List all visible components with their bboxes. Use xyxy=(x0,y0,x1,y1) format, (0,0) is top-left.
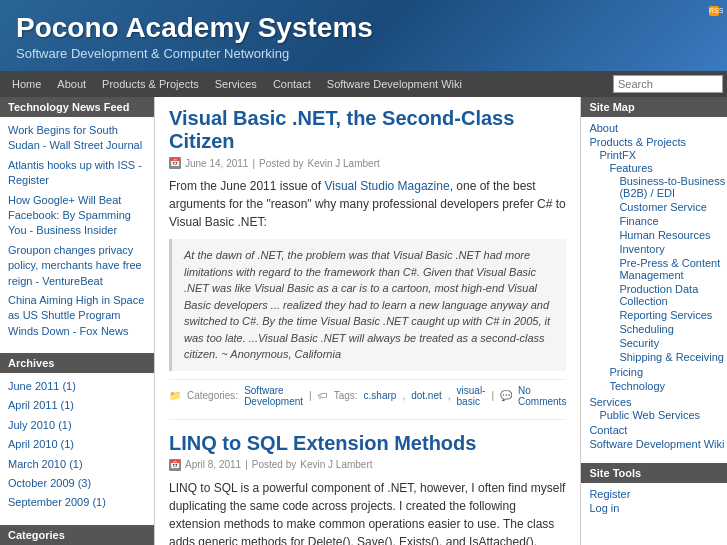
nav-about[interactable]: About xyxy=(49,71,94,97)
list-item: Pre-Press & Content Management xyxy=(619,256,727,282)
list-item: Groupon changes privacy policy, merchant… xyxy=(8,241,146,291)
news-link[interactable]: China Aiming High in Space as US Shuttle… xyxy=(8,294,144,337)
sitemap-cs[interactable]: Customer Service xyxy=(619,201,706,213)
nav-contact[interactable]: Contact xyxy=(265,71,319,97)
sitemap-scheduling[interactable]: Scheduling xyxy=(619,323,673,335)
separator: | xyxy=(309,390,312,401)
post-author-1[interactable]: Kevin J Lambert xyxy=(307,158,379,169)
separator: | xyxy=(491,390,494,401)
post-meta-1: 📅 June 14, 2011 | Posted by Kevin J Lamb… xyxy=(169,157,566,169)
register-link[interactable]: Register xyxy=(589,488,630,500)
post-author-label: Posted by xyxy=(259,158,303,169)
list-item: Scheduling xyxy=(619,322,727,336)
list-item: How Google+ Will Beat Facebook: By Spamm… xyxy=(8,191,146,241)
post-separator: | xyxy=(252,158,255,169)
sitemap-tech[interactable]: Technology xyxy=(609,380,665,392)
list-item: Contact xyxy=(589,423,727,437)
right-sidebar: Site Map About Products & Projects Print… xyxy=(581,97,727,545)
sitemap-wiki[interactable]: Software Development Wiki xyxy=(589,438,724,450)
news-link[interactable]: Groupon changes privacy policy, merchant… xyxy=(8,244,142,287)
list-item: July 2010 (1) xyxy=(8,416,146,435)
archive-link[interactable]: October 2009 (3) xyxy=(8,477,91,489)
vsmag-link[interactable]: Visual Studio Magazine xyxy=(324,179,449,193)
sitemap-b2b[interactable]: Business-to-Business (B2B) / EDI xyxy=(619,175,725,199)
rss-icon[interactable]: RSS xyxy=(709,6,719,16)
list-item: Finance xyxy=(619,214,727,228)
categories-title: Categories xyxy=(0,525,154,545)
archive-link[interactable]: April 2011 (1) xyxy=(8,399,74,411)
archive-link[interactable]: April 2010 (1) xyxy=(8,438,74,450)
post-author-2[interactable]: Kevin J Lambert xyxy=(300,459,372,470)
site-tools-title: Site Tools xyxy=(581,463,727,483)
archives-list: June 2011 (1) April 2011 (1) July 2010 (… xyxy=(0,373,154,517)
comments-link[interactable]: No Comments xyxy=(518,385,566,407)
sitemap-services[interactable]: Services xyxy=(589,396,631,408)
sitemap-products[interactable]: Products & Projects xyxy=(589,136,686,148)
sitemap-about[interactable]: About xyxy=(589,122,618,134)
calendar-icon: 📅 xyxy=(169,157,181,169)
archive-link[interactable]: June 2011 (1) xyxy=(8,380,76,392)
sitemap-contact[interactable]: Contact xyxy=(589,424,627,436)
sitemap-security[interactable]: Security xyxy=(619,337,659,349)
news-link[interactable]: Work Begins for South Sudan - Wall Stree… xyxy=(8,124,142,151)
site-tools-list: Register Log in xyxy=(581,483,727,519)
sitemap-inv[interactable]: Inventory xyxy=(619,243,664,255)
list-item: Shipping & Receiving xyxy=(619,350,727,364)
post-2: LINQ to SQL Extension Methods 📅 April 8,… xyxy=(169,432,566,546)
login-link[interactable]: Log in xyxy=(589,502,619,514)
sitemap-shipping[interactable]: Shipping & Receiving xyxy=(619,351,724,363)
left-sidebar: Technology News Feed Work Begins for Sou… xyxy=(0,97,155,545)
post-body-1: From the June 2011 issue of Visual Studi… xyxy=(169,177,566,231)
sitemap-prepress[interactable]: Pre-Press & Content Management xyxy=(619,257,720,281)
comment-icon: 💬 xyxy=(500,390,512,401)
sitemap-pdc[interactable]: Production Data Collection xyxy=(619,283,698,307)
sitemap-features[interactable]: Features xyxy=(609,162,652,174)
main-layout: Technology News Feed Work Begins for Sou… xyxy=(0,97,727,545)
post-title-link-1[interactable]: Visual Basic .NET, the Second-Class Citi… xyxy=(169,107,514,152)
archive-link[interactable]: March 2010 (1) xyxy=(8,458,83,470)
list-item: Security xyxy=(619,336,727,350)
news-link[interactable]: Atlantis hooks up with ISS - Register xyxy=(8,159,142,186)
calendar-icon-2: 📅 xyxy=(169,459,181,471)
list-item: Atlantis hooks up with ISS - Register xyxy=(8,156,146,191)
tag-link[interactable]: dot.net xyxy=(411,390,442,401)
site-title: Pocono Academy Systems xyxy=(16,12,711,44)
list-item: Technology xyxy=(609,379,727,393)
list-item: Public Web Services xyxy=(599,408,727,422)
list-item: October 2009 (3) xyxy=(8,474,146,493)
sitemap-pricing[interactable]: Pricing xyxy=(609,366,643,378)
list-item: Log in xyxy=(589,501,727,515)
news-feed-list: Work Begins for South Sudan - Wall Stree… xyxy=(0,117,154,345)
sitemap-printfx[interactable]: PrintFX xyxy=(599,149,636,161)
main-nav: Home About Products & Projects Services … xyxy=(0,71,727,97)
archive-link[interactable]: July 2010 (1) xyxy=(8,419,72,431)
sitemap-hr[interactable]: Human Resources xyxy=(619,229,710,241)
site-header: RSS Pocono Academy Systems Software Deve… xyxy=(0,0,727,71)
list-item: Register xyxy=(589,487,727,501)
tag-link[interactable]: c.sharp xyxy=(364,390,397,401)
post-title-2: LINQ to SQL Extension Methods xyxy=(169,432,566,455)
archive-link[interactable]: September 2009 (1) xyxy=(8,496,106,508)
search-input[interactable] xyxy=(613,75,723,93)
site-tagline: Software Development & Computer Networki… xyxy=(16,46,711,61)
nav-products[interactable]: Products & Projects xyxy=(94,71,207,97)
search-container xyxy=(613,75,723,93)
tag-link[interactable]: visual-basic xyxy=(457,385,486,407)
nav-wiki[interactable]: Software Development Wiki xyxy=(319,71,470,97)
sitemap-reporting[interactable]: Reporting Services xyxy=(619,309,712,321)
archives-title: Archives xyxy=(0,353,154,373)
list-item: China Aiming High in Space as US Shuttle… xyxy=(8,291,146,341)
cat-link[interactable]: Software Development xyxy=(244,385,303,407)
list-item: Services Public Web Services xyxy=(589,395,727,423)
list-item: PrintFX Features Business-to-Business (B… xyxy=(599,148,727,394)
sitemap-finance[interactable]: Finance xyxy=(619,215,658,227)
post-title-link-2[interactable]: LINQ to SQL Extension Methods xyxy=(169,432,476,454)
sitemap-pws[interactable]: Public Web Services xyxy=(599,409,700,421)
categories-label: Categories: xyxy=(187,390,238,401)
nav-home[interactable]: Home xyxy=(4,71,49,97)
list-item: Human Resources xyxy=(619,228,727,242)
nav-services[interactable]: Services xyxy=(207,71,265,97)
news-link[interactable]: How Google+ Will Beat Facebook: By Spamm… xyxy=(8,194,131,237)
list-item: Software Development Wiki xyxy=(589,437,727,451)
post-title-1: Visual Basic .NET, the Second-Class Citi… xyxy=(169,107,566,153)
